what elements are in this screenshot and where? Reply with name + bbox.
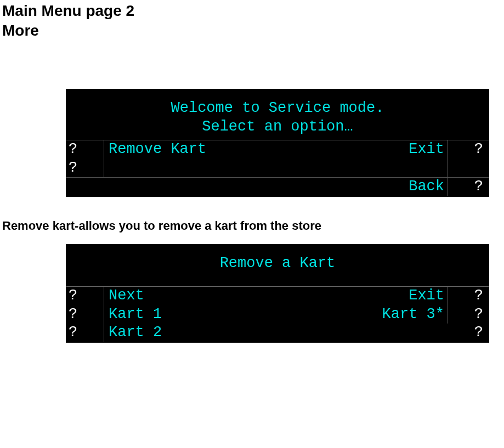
panel1-row1-right <box>338 159 448 178</box>
panel1-row1-qmark-left: ? <box>66 159 104 178</box>
panel2-row1-left[interactable]: Kart 1 <box>104 305 338 324</box>
panel1-row2-qmark-right: ? <box>448 178 489 196</box>
panel1-row2-right[interactable]: Back <box>338 178 448 196</box>
panel1-row2-qmark-left <box>66 178 104 196</box>
panel2-row1-qmark-left: ? <box>66 305 104 324</box>
panel2-row2-left[interactable]: Kart 2 <box>104 324 338 342</box>
remove-kart-panel: Remove a Kart ? Next Exit ? ? Kart 1 Kar… <box>66 244 489 343</box>
panel1-row0-left[interactable]: Remove Kart <box>104 140 338 159</box>
panel2-row0-right[interactable]: Exit <box>338 287 448 305</box>
panel1-row1-qmark-right <box>448 159 489 178</box>
panel2-row0-left[interactable]: Next <box>104 287 338 305</box>
panel2-row2-qmark-left: ? <box>66 324 104 342</box>
panel2-header-line1: Remove a Kart <box>66 254 489 273</box>
page-title-line2: More <box>2 22 504 39</box>
service-mode-panel: Welcome to Service mode. Select an optio… <box>66 89 489 197</box>
panel1-row0-qmark-left: ? <box>66 140 104 159</box>
panel1-row0-qmark-right: ? <box>448 140 489 159</box>
panel2-row1-qmark-right: ? <box>448 305 489 324</box>
panel1-header-line2: Select an option… <box>66 118 489 137</box>
page-title-line1: Main Menu page 2 <box>2 2 504 20</box>
panel2-row0-qmark-right: ? <box>448 287 489 305</box>
panel1-row0-right[interactable]: Exit <box>338 140 448 159</box>
panel2-row2-right <box>338 324 448 342</box>
panel2-row2-qmark-right: ? <box>448 324 489 342</box>
panel2-row0-qmark-left: ? <box>66 287 104 305</box>
panel1-row1-left <box>104 159 338 178</box>
remove-kart-caption: Remove kart-allows you to remove a kart … <box>2 219 504 233</box>
panel2-row1-right[interactable]: Kart 3* <box>338 305 448 324</box>
panel1-header-line1: Welcome to Service mode. <box>66 99 489 118</box>
panel1-row2-left <box>104 178 338 196</box>
